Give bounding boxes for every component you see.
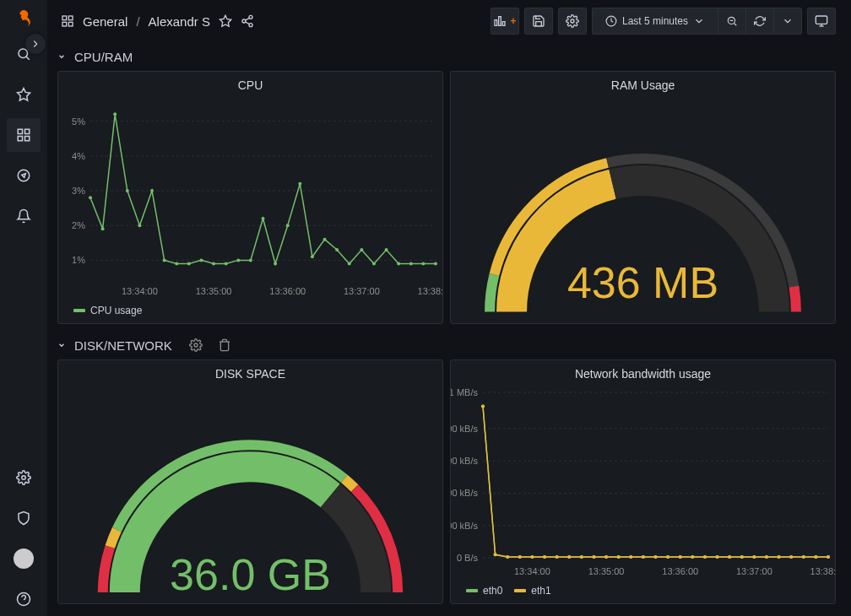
panel-title: DISK SPACE — [58, 360, 442, 384]
svg-point-65 — [434, 262, 437, 266]
breadcrumb-sep: / — [136, 14, 139, 29]
dashboards-icon[interactable] — [7, 118, 41, 152]
legend-item-cpu[interactable]: CPU usage — [73, 305, 142, 316]
row-settings-icon[interactable] — [189, 338, 203, 352]
grafana-logo[interactable] — [12, 7, 35, 30]
svg-text:800 kB/s: 800 kB/s — [451, 424, 478, 434]
svg-point-131 — [703, 555, 707, 559]
svg-point-129 — [679, 555, 682, 559]
legend-item-eth1[interactable]: eth1 — [514, 585, 550, 597]
refresh-button[interactable] — [745, 8, 774, 35]
svg-point-50 — [249, 258, 252, 262]
svg-point-127 — [654, 555, 658, 559]
svg-point-40 — [126, 189, 129, 192]
svg-point-13 — [249, 15, 252, 19]
panel-disk[interactable]: DISK SPACE 36.0 GB — [57, 359, 443, 604]
ram-value: 436 MB — [451, 257, 835, 308]
svg-point-16 — [571, 19, 574, 23]
svg-rect-10 — [68, 16, 73, 20]
svg-point-60 — [372, 262, 376, 266]
svg-text:13:38:00: 13:38:00 — [810, 566, 835, 576]
svg-point-61 — [385, 248, 388, 251]
svg-text:13:37:00: 13:37:00 — [736, 566, 772, 576]
row-delete-icon[interactable] — [218, 338, 231, 352]
star-icon[interactable] — [7, 78, 41, 111]
svg-point-49 — [236, 258, 240, 262]
alerting-icon[interactable] — [7, 199, 41, 233]
svg-point-42 — [150, 189, 154, 192]
svg-point-119 — [556, 555, 559, 559]
svg-point-59 — [360, 248, 363, 251]
zoom-out-button[interactable] — [718, 8, 746, 35]
save-dashboard-button[interactable] — [524, 8, 553, 35]
chevron-down-icon — [57, 51, 66, 62]
sidebar — [0, 0, 47, 616]
svg-point-56 — [323, 238, 327, 241]
row-header-cpu-ram[interactable]: CPU/RAM — [57, 42, 836, 71]
svg-point-58 — [348, 262, 351, 266]
svg-point-14 — [242, 19, 246, 23]
server-admin-icon[interactable] — [7, 501, 41, 535]
help-icon[interactable] — [7, 582, 41, 616]
cycle-view-button[interactable] — [807, 8, 836, 35]
svg-point-135 — [752, 555, 756, 559]
panel-network[interactable]: Network bandwidth usage 0 B/s200 kB/s400… — [450, 359, 836, 604]
svg-point-126 — [642, 555, 645, 559]
svg-point-15 — [249, 24, 252, 27]
svg-point-5 — [18, 170, 30, 181]
svg-text:13:36:00: 13:36:00 — [662, 566, 698, 576]
svg-point-136 — [765, 555, 768, 559]
share-icon[interactable] — [241, 14, 254, 28]
svg-text:0 B/s: 0 B/s — [457, 553, 479, 563]
svg-point-6 — [22, 476, 26, 480]
apps-icon[interactable] — [61, 14, 74, 28]
cpu-chart[interactable]: 1%2%3%4%5%13:34:0013:35:0013:36:0013:37:… — [58, 95, 442, 301]
svg-rect-19 — [816, 16, 827, 24]
refresh-interval-button[interactable] — [773, 8, 802, 35]
dashboard-settings-button[interactable] — [558, 8, 587, 35]
svg-point-47 — [212, 262, 215, 266]
svg-point-115 — [506, 555, 509, 559]
svg-point-64 — [421, 262, 425, 266]
svg-point-121 — [580, 555, 583, 559]
svg-rect-12 — [62, 22, 67, 26]
svg-point-46 — [199, 258, 203, 262]
svg-point-63 — [409, 262, 413, 266]
panel-ram[interactable]: RAM Usage 436 MB — [450, 71, 836, 324]
favorite-star-icon[interactable] — [219, 14, 232, 28]
row-header-disk-network[interactable]: DISK/NETWORK — [57, 331, 836, 359]
svg-text:5%: 5% — [72, 116, 85, 127]
svg-point-116 — [518, 555, 522, 559]
svg-text:1%: 1% — [72, 255, 85, 265]
row-title: DISK/NETWORK — [74, 338, 172, 353]
svg-point-138 — [789, 555, 793, 559]
network-chart[interactable]: 0 B/s200 kB/s400 kB/s600 kB/s800 kB/s1 M… — [451, 384, 835, 581]
svg-rect-3 — [25, 137, 30, 141]
svg-point-45 — [187, 262, 191, 266]
svg-point-120 — [567, 555, 571, 559]
svg-point-48 — [225, 262, 228, 266]
explore-icon[interactable] — [7, 159, 41, 192]
time-range-picker[interactable]: Last 5 minutes — [592, 8, 718, 35]
svg-point-133 — [728, 555, 731, 559]
breadcrumb-folder[interactable]: General — [83, 14, 127, 29]
svg-point-53 — [286, 224, 290, 227]
chevron-down-icon — [693, 15, 705, 27]
row-title: CPU/RAM — [74, 50, 133, 64]
svg-point-125 — [629, 555, 632, 559]
time-range-label: Last 5 minutes — [622, 15, 688, 27]
main: General / Alexandr S + Last 5 minutes — [47, 0, 851, 616]
svg-text:200 kB/s: 200 kB/s — [451, 521, 478, 531]
legend-item-eth0[interactable]: eth0 — [466, 585, 502, 597]
svg-point-39 — [113, 112, 117, 116]
expand-sidebar-button[interactable] — [25, 34, 46, 54]
configuration-icon[interactable] — [7, 461, 41, 494]
panel-title: RAM Usage — [451, 72, 835, 95]
svg-point-37 — [89, 196, 92, 199]
breadcrumb-dashboard[interactable]: Alexandr S — [149, 14, 210, 29]
user-avatar[interactable] — [7, 542, 41, 575]
svg-point-122 — [592, 555, 595, 559]
panel-cpu[interactable]: CPU 1%2%3%4%5%13:34:0013:35:0013:36:0013… — [57, 71, 443, 324]
add-panel-button[interactable]: + — [491, 8, 519, 35]
svg-point-62 — [397, 262, 400, 266]
